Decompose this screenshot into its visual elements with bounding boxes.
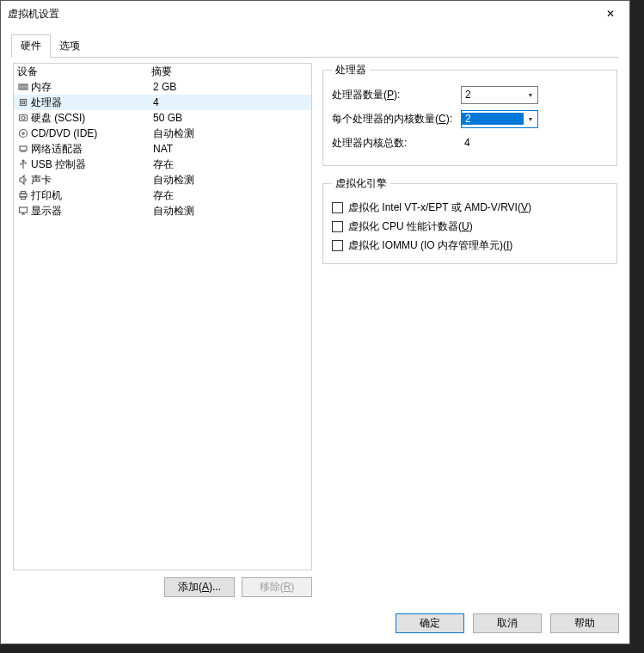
- display-icon: [17, 206, 29, 216]
- checkbox-icon[interactable]: [332, 240, 343, 251]
- virt-counters-label: 虚拟化 CPU 性能计数器(U): [348, 219, 473, 234]
- svg-rect-21: [20, 207, 28, 213]
- tab-options[interactable]: 选项: [50, 34, 89, 58]
- col-header-summary: 摘要: [151, 65, 172, 79]
- help-button[interactable]: 帮助: [550, 613, 619, 633]
- remove-button: 移除(R): [242, 577, 312, 597]
- svg-rect-6: [22, 102, 25, 104]
- proc-count-label: 处理器数量(P):: [332, 88, 461, 102]
- virt-counters-row[interactable]: 虚拟化 CPU 性能计数器(U): [332, 217, 608, 236]
- virt-iommu-row[interactable]: 虚拟化 IOMMU (IO 内存管理单元)(I): [332, 236, 608, 255]
- virt-vtx-row[interactable]: 虚拟化 Intel VT-x/EPT 或 AMD-V/RVI(V): [332, 198, 608, 217]
- sound-icon: [17, 175, 29, 185]
- chevron-down-icon: ▾: [524, 91, 537, 99]
- cores-per-proc-combo[interactable]: 2 ▾: [461, 110, 538, 128]
- add-button[interactable]: 添加(A)...: [164, 577, 235, 597]
- tab-row: 硬件 选项: [11, 34, 619, 58]
- chevron-down-icon: ▾: [524, 115, 537, 123]
- disk-icon: [17, 113, 29, 123]
- proc-count-combo[interactable]: 2 ▾: [461, 86, 538, 104]
- virt-iommu-label: 虚拟化 IOMMU (IO 内存管理单元)(I): [348, 238, 512, 253]
- checkbox-icon[interactable]: [332, 202, 343, 213]
- cores-per-proc-label: 每个处理器的内核数量(C):: [332, 112, 461, 126]
- list-item[interactable]: 显示器 自动检测: [14, 203, 311, 219]
- cpu-icon: [17, 97, 29, 108]
- device-list[interactable]: 设备 摘要 内存 2 GB 处理器 4: [13, 63, 312, 570]
- svg-point-9: [20, 130, 28, 138]
- list-item[interactable]: USB 控制器 存在: [14, 157, 311, 172]
- tab-hardware[interactable]: 硬件: [11, 34, 51, 58]
- list-item[interactable]: 内存 2 GB: [14, 79, 311, 95]
- list-item[interactable]: 网络适配器 NAT: [14, 141, 311, 157]
- vm-settings-dialog: 虚拟机设置 ✕ 硬件 选项 设备 摘要: [0, 0, 630, 644]
- svg-point-8: [21, 116, 25, 120]
- svg-rect-11: [20, 146, 27, 151]
- virt-vtx-label: 虚拟化 Intel VT-x/EPT 或 AMD-V/RVI(V): [348, 200, 531, 215]
- svg-rect-5: [21, 100, 27, 106]
- close-button[interactable]: ✕: [591, 1, 629, 27]
- dialog-footer: 确定 取消 帮助: [1, 613, 629, 633]
- virtualization-group-legend: 虚拟化引擎: [332, 176, 390, 191]
- list-item[interactable]: 硬盘 (SCSI) 50 GB: [14, 110, 311, 126]
- memory-icon: [17, 82, 29, 92]
- cd-icon: [17, 128, 29, 139]
- list-item[interactable]: 声卡 自动检测: [14, 172, 311, 188]
- svg-rect-19: [21, 192, 26, 194]
- svg-point-10: [22, 132, 24, 134]
- total-cores-label: 处理器内核总数:: [332, 136, 461, 151]
- list-item[interactable]: 处理器 4: [14, 95, 311, 110]
- processor-group: 处理器 处理器数量(P): 2 ▾ 每个处理器的内核数量(C):: [322, 63, 617, 166]
- usb-icon: [17, 159, 29, 169]
- total-cores-value: 4: [464, 137, 470, 149]
- svg-rect-20: [21, 197, 26, 200]
- processor-group-legend: 处理器: [332, 63, 370, 77]
- ok-button[interactable]: 确定: [396, 613, 464, 633]
- checkbox-icon[interactable]: [332, 221, 343, 232]
- virtualization-group: 虚拟化引擎 虚拟化 Intel VT-x/EPT 或 AMD-V/RVI(V) …: [322, 176, 617, 264]
- list-item[interactable]: 打印机 存在: [14, 188, 311, 203]
- list-item[interactable]: CD/DVD (IDE) 自动检测: [14, 126, 311, 141]
- device-list-header: 设备 摘要: [14, 64, 311, 79]
- titlebar: 虚拟机设置 ✕: [1, 1, 629, 27]
- svg-marker-17: [20, 176, 24, 184]
- titlebar-text: 虚拟机设置: [8, 7, 591, 22]
- cancel-button[interactable]: 取消: [473, 613, 542, 633]
- close-icon: ✕: [606, 8, 615, 20]
- printer-icon: [17, 190, 29, 200]
- network-icon: [17, 144, 29, 154]
- col-header-device: 设备: [17, 65, 151, 79]
